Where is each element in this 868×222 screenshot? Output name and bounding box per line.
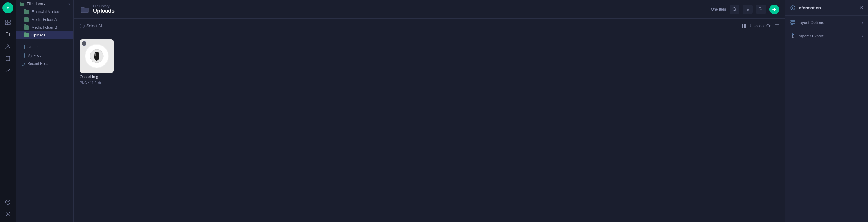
svg-rect-23 [742, 26, 743, 28]
right-panel-header: Information ✕ [785, 0, 868, 16]
svg-rect-21 [742, 24, 743, 26]
svg-rect-1 [5, 20, 7, 22]
right-panel-title-row: Information [790, 5, 821, 10]
main-content: File Library Uploads One Item [74, 0, 785, 222]
import-export-chevron: ▾ [862, 34, 863, 38]
import-export-section[interactable]: Import / Export ▾ [785, 29, 868, 43]
sidebar-file-library[interactable]: File Library ▾ [16, 0, 73, 8]
grid-view-button[interactable] [741, 24, 746, 28]
folder-icon [24, 10, 29, 14]
file-name: Optical Img [80, 75, 114, 79]
import-export-icon [790, 34, 795, 38]
svg-rect-24 [744, 26, 746, 28]
my-files-label: My Files [27, 53, 41, 58]
app-logo[interactable] [2, 2, 13, 13]
header-titles: File Library Uploads [93, 4, 115, 14]
sidebar-item-financial-matters[interactable]: Financial Matters [16, 8, 73, 16]
information-panel-icon [790, 5, 795, 10]
layout-options-label: Layout Options [798, 20, 824, 25]
svg-point-11 [7, 214, 9, 215]
analytics-nav-icon[interactable] [2, 65, 13, 76]
svg-rect-4 [8, 23, 10, 25]
svg-rect-36 [790, 20, 795, 22]
filter-button[interactable] [743, 4, 752, 14]
people-nav-icon[interactable] [2, 41, 13, 52]
files-nav-icon[interactable] [2, 29, 13, 40]
settings-nav-icon[interactable] [2, 209, 13, 220]
layout-options-chevron: ▾ [862, 21, 863, 24]
new-folder-button[interactable] [756, 4, 766, 14]
pages-nav-icon[interactable] [2, 53, 13, 64]
sidebar: File Library ▾ Financial Matters Media F… [16, 0, 74, 222]
right-panel: Information ✕ Layout Options ▾ Import [785, 0, 868, 222]
svg-point-32 [94, 53, 96, 56]
svg-rect-38 [790, 24, 793, 25]
select-all-label: Select All [87, 24, 102, 28]
toolbar: Select All Uploaded On [74, 19, 785, 33]
file-checkbox[interactable] [82, 41, 87, 46]
my-files-icon [21, 53, 25, 58]
file-content-area: Optical Img PNG • 11.9 kb [74, 33, 785, 222]
item-count: One Item [711, 7, 726, 11]
uploads-label: Uploads [31, 33, 45, 37]
uploaded-on-label: Uploaded On [750, 24, 771, 28]
svg-line-13 [735, 10, 737, 11]
workspace-nav-icon[interactable] [2, 17, 13, 28]
add-button[interactable] [770, 4, 779, 14]
folder-icon [24, 17, 29, 22]
file-thumbnail-wrap [80, 39, 114, 73]
layout-options-section[interactable]: Layout Options ▾ [785, 16, 868, 29]
help-nav-icon[interactable]: ? [2, 197, 13, 208]
import-export-label: Import / Export [798, 34, 823, 38]
all-files-icon [21, 45, 25, 49]
right-panel-title: Information [798, 5, 821, 10]
icon-bar: ? [0, 0, 16, 222]
recent-files-label: Recent Files [27, 62, 48, 66]
file-meta: PNG • 11.9 kb [80, 81, 114, 84]
select-all-button[interactable]: Select All [80, 24, 102, 28]
svg-rect-3 [5, 23, 7, 25]
media-folder-a-label: Media Folder A [31, 17, 57, 22]
layout-options-icon [790, 20, 795, 25]
svg-text:?: ? [7, 200, 9, 204]
file-type: PNG [80, 81, 87, 84]
select-all-checkbox [80, 24, 85, 28]
file-library-chevron: ▾ [68, 2, 70, 6]
header-subtitle: File Library [93, 4, 115, 8]
svg-point-5 [7, 45, 9, 46]
svg-point-31 [94, 51, 99, 61]
financial-matters-label: Financial Matters [31, 10, 60, 14]
sidebar-item-media-folder-a[interactable]: Media Folder A [16, 16, 73, 24]
sidebar-item-recent-files[interactable]: Recent Files [16, 60, 73, 68]
header-title: Uploads [93, 8, 115, 14]
file-item[interactable]: Optical Img PNG • 11.9 kb [80, 39, 114, 84]
all-files-label: All Files [27, 45, 40, 49]
search-button[interactable] [730, 4, 739, 14]
recent-files-icon [21, 62, 25, 66]
svg-rect-37 [790, 22, 795, 23]
svg-rect-6 [6, 57, 10, 61]
sidebar-item-media-folder-b[interactable]: Media Folder B [16, 24, 73, 31]
media-folder-b-label: Media Folder B [31, 25, 57, 30]
file-library-label: File Library [27, 2, 45, 6]
svg-point-35 [793, 7, 793, 7]
file-size: 11.9 kb [90, 81, 101, 84]
close-panel-button[interactable]: ✕ [859, 5, 863, 10]
file-size-separator: • [88, 81, 90, 84]
folder-icon [24, 25, 29, 30]
svg-rect-2 [8, 20, 10, 22]
close-icon: ✕ [859, 5, 863, 10]
sidebar-item-my-files[interactable]: My Files [16, 51, 73, 60]
header-folder-icon [80, 4, 89, 14]
file-grid: Optical Img PNG • 11.9 kb [80, 39, 779, 84]
page-header: File Library Uploads One Item [74, 0, 785, 19]
svg-rect-22 [744, 24, 746, 26]
folder-icon [24, 33, 29, 37]
sidebar-item-uploads[interactable]: Uploads [16, 31, 73, 39]
sidebar-item-all-files[interactable]: All Files [16, 43, 73, 51]
sort-button[interactable] [775, 24, 779, 28]
